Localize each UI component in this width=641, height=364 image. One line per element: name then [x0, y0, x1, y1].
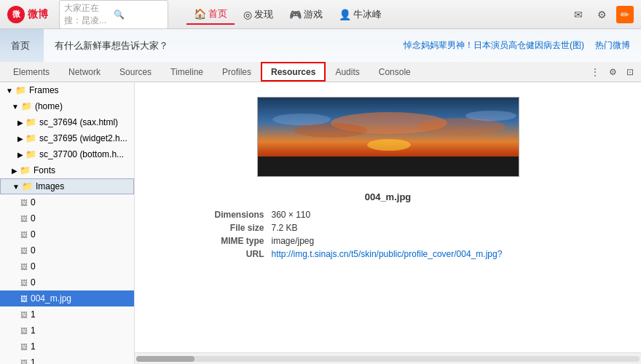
list-item[interactable]: 🖼 1	[0, 355, 134, 364]
mail-icon-btn[interactable]: ✉	[570, 6, 587, 23]
weibo-logo-text: 微博	[28, 8, 48, 21]
tab-console[interactable]: Console	[369, 62, 420, 82]
tab-elements[interactable]: Elements	[4, 62, 59, 82]
nav-user-label: 牛冰峰	[353, 8, 382, 21]
sidebar-sc37695[interactable]: ▶ 📁 sc_37695 (widget2.h...	[0, 130, 134, 146]
sc37694-icon: 📁	[25, 117, 36, 127]
weibo-top-bar: 微 微博 大家正在搜：昆凌... 🔍 🏠 首页 ◎ 发现 🎮 游戏 👤 牛冰峰 …	[0, 0, 641, 29]
devtools-right-buttons: ⋮ ⚙ ⊡	[588, 65, 637, 79]
weibo-nav: 🏠 首页 ◎ 发现 🎮 游戏 👤 牛冰峰	[186, 4, 389, 25]
settings-icon-btn[interactable]: ⚙	[593, 6, 610, 23]
list-item[interactable]: 🖼 0	[0, 274, 134, 290]
svg-rect-7	[258, 159, 519, 177]
devtools-more-btn[interactable]: ⋮	[588, 65, 602, 79]
sc37694-label: sc_37694 (sax.html)	[39, 117, 118, 127]
image-preview	[257, 97, 519, 177]
nav-games[interactable]: 🎮 游戏	[282, 5, 330, 24]
horizontal-scrollbar[interactable]	[135, 352, 641, 364]
frames-expand-arrow: ▼	[6, 87, 13, 95]
discover-icon: ◎	[243, 9, 252, 20]
images-folder-icon: 📁	[22, 181, 33, 191]
sc37695-arrow: ▶	[17, 135, 23, 143]
tab-profiles[interactable]: Profiles	[213, 62, 261, 82]
frames-folder-icon: 📁	[15, 85, 26, 95]
sc37695-icon: 📁	[25, 133, 36, 143]
news-link-1[interactable]: 悼念妈妈辈男神！日本演员高仓健因病去世(图)	[404, 39, 584, 52]
dimensions-value: 360 × 110	[272, 210, 570, 220]
dimensions-label: Dimensions	[206, 210, 264, 220]
info-mimetype-row: MIME type image/jpeg	[206, 236, 570, 246]
weibo-news-bar: 有什么新鲜事想告诉大家？ 悼念妈妈辈男神！日本演员高仓健因病去世(图) 热门微博	[44, 29, 641, 62]
nav-home[interactable]: 🏠 首页	[186, 4, 235, 25]
sidebar-fonts-folder[interactable]: ▶ 📁 Fonts	[0, 162, 134, 178]
nav-user[interactable]: 👤 牛冰峰	[331, 5, 389, 24]
list-item[interactable]: 🖼 1	[0, 323, 134, 339]
list-item[interactable]: 🖼 0	[0, 258, 134, 274]
fonts-arrow: ▶	[12, 167, 17, 175]
compose-icon-btn[interactable]: ✏	[616, 6, 634, 23]
frames-label: Frames	[29, 85, 59, 95]
mimetype-value: image/jpeg	[272, 236, 570, 246]
nav-discover[interactable]: ◎ 发现	[236, 5, 280, 24]
home-tab-label[interactable]: 首页	[0, 29, 44, 62]
list-item[interactable]: 🖼 0	[0, 194, 134, 210]
images-label: Images	[36, 181, 64, 191]
sc37695-label: sc_37695 (widget2.h...	[39, 133, 127, 143]
sc37700-arrow: ▶	[17, 151, 23, 159]
sidebar-images-folder[interactable]: ▼ 📁 Images	[0, 178, 134, 194]
search-placeholder-text: 大家正在搜：昆凌...	[64, 2, 114, 27]
search-box[interactable]: 大家正在搜：昆凌... 🔍	[59, 0, 168, 29]
image-item-label: 1	[31, 341, 36, 352]
main-panel: 004_m.jpg Dimensions 360 × 110 File size…	[135, 82, 641, 364]
sidebar-home-folder[interactable]: ▼ 📁 (home)	[0, 98, 134, 114]
sidebar-frames-folder[interactable]: ▼ 📁 Frames	[0, 82, 134, 98]
image-item-label: 0	[31, 197, 36, 207]
filesize-value: 7.2 KB	[272, 223, 570, 233]
image-item-label: 1	[31, 357, 36, 364]
sc37694-arrow: ▶	[17, 119, 23, 127]
list-item-selected[interactable]: 🖼 004_m.jpg	[0, 290, 134, 306]
news-link-2[interactable]: 热门微博	[595, 39, 630, 52]
sc37700-icon: 📁	[25, 149, 36, 159]
svg-point-2	[294, 123, 367, 138]
url-value[interactable]: http://img.t.sinajs.cn/t5/skin/public/pr…	[272, 249, 570, 259]
list-item[interactable]: 🖼 0	[0, 242, 134, 258]
image-item-label: 0	[31, 261, 36, 272]
image-info-table: Dimensions 360 × 110 File size 7.2 KB MI…	[206, 210, 570, 262]
devtools-toolbar: Elements Network Sources Timeline Profil…	[0, 62, 641, 82]
svg-point-6	[367, 139, 411, 151]
scrollbar-track	[136, 356, 640, 362]
fonts-folder-icon: 📁	[20, 165, 31, 175]
devtools-main: ▼ 📁 Frames ▼ 📁 (home) ▶ 📁 sc_37694 (sax.…	[0, 82, 641, 364]
home-label: (home)	[35, 101, 63, 111]
nav-home-label: 首页	[208, 7, 227, 20]
devtools-dock-btn[interactable]: ⊡	[623, 65, 637, 79]
image-item-label: 0	[31, 277, 36, 288]
scrollbar-thumb[interactable]	[136, 356, 194, 362]
mimetype-label: MIME type	[206, 236, 264, 246]
sidebar-sc37694[interactable]: ▶ 📁 sc_37694 (sax.html)	[0, 114, 134, 130]
list-item[interactable]: 🖼 0	[0, 226, 134, 242]
devtools-settings-btn[interactable]: ⚙	[605, 65, 620, 79]
user-icon: 👤	[339, 9, 351, 20]
list-item[interactable]: 🖼 0	[0, 210, 134, 226]
list-item[interactable]: 🖼 1	[0, 339, 134, 355]
games-icon: 🎮	[289, 9, 302, 20]
tab-resources[interactable]: Resources	[261, 62, 326, 82]
sidebar-sc37700[interactable]: ▶ 📁 sc_37700 (bottom.h...	[0, 146, 134, 162]
tab-sources[interactable]: Sources	[110, 62, 161, 82]
image-item-label: 1	[31, 309, 36, 320]
list-item[interactable]: 🖼 1	[0, 306, 134, 323]
svg-rect-0	[258, 98, 519, 177]
tab-audits[interactable]: Audits	[326, 62, 369, 82]
url-label: URL	[206, 249, 264, 259]
selected-image-label: 004_m.jpg	[31, 293, 71, 304]
info-dimensions-row: Dimensions 360 × 110	[206, 210, 570, 220]
image-item-label: 0	[31, 245, 36, 256]
tab-network[interactable]: Network	[59, 62, 110, 82]
search-icon[interactable]: 🔍	[114, 9, 163, 20]
tab-timeline[interactable]: Timeline	[161, 62, 213, 82]
info-filesize-row: File size 7.2 KB	[206, 223, 570, 233]
info-url-row: URL http://img.t.sinajs.cn/t5/skin/publi…	[206, 249, 570, 259]
weibo-logo[interactable]: 微 微博	[7, 6, 48, 23]
